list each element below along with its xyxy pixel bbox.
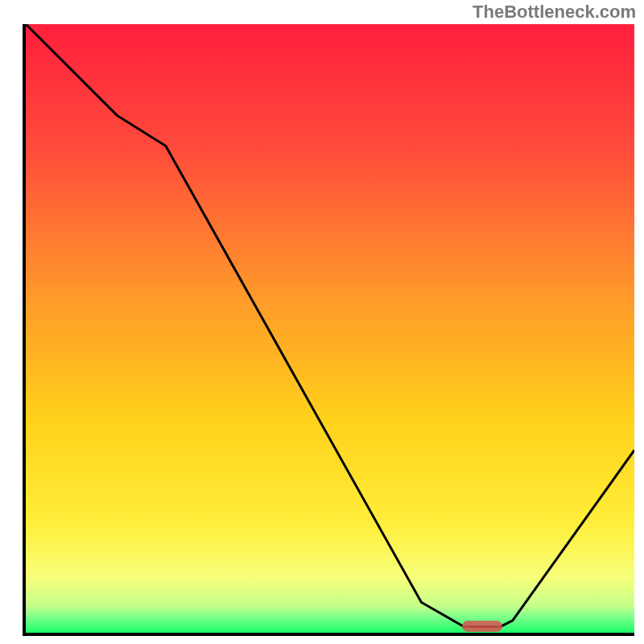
- bottleneck-curve: [26, 24, 634, 633]
- plot-axes: [23, 24, 634, 636]
- chart-container: TheBottleneck.com: [0, 0, 644, 644]
- watermark-text: TheBottleneck.com: [473, 2, 636, 23]
- optimal-point-marker: [462, 621, 502, 632]
